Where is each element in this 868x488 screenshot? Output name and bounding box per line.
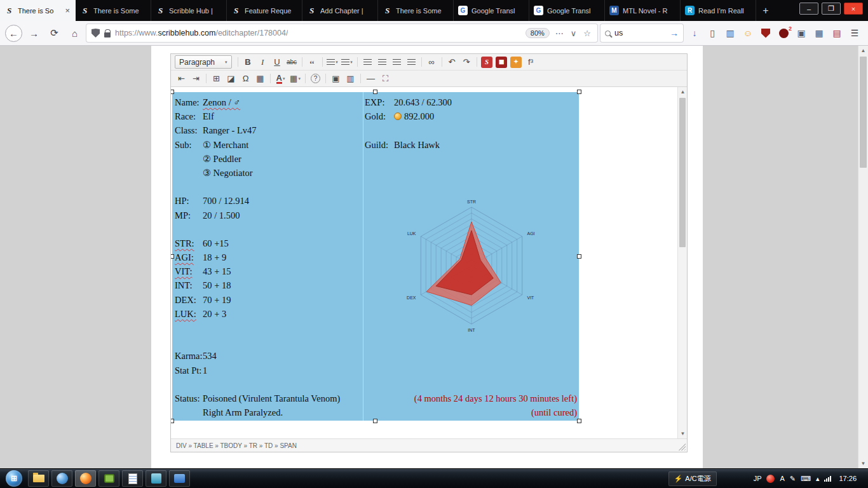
editor-scrollbar[interactable]: ▲ ▼	[677, 87, 687, 438]
taskbar-app-text-editor[interactable]	[146, 470, 166, 487]
format-select[interactable]: Paragraph▾	[175, 55, 232, 69]
selection-handle[interactable]	[577, 254, 581, 259]
tab-close-icon[interactable]: ×	[64, 6, 71, 15]
character-sheet-table[interactable]: Name:Zenon / ♂Race:ElfClass:Ranger - Lv4…	[172, 92, 579, 421]
taskbar-app-notepad-plus[interactable]	[98, 470, 119, 487]
back-button[interactable]: ←	[5, 25, 22, 42]
tab-10[interactable]: RRead I'm Reall	[681, 0, 756, 21]
tab-6[interactable]: SThere is Some	[378, 0, 454, 21]
align-center-button[interactable]	[376, 55, 389, 69]
editor-scrollbar-thumb[interactable]	[679, 98, 686, 247]
tab-4[interactable]: SFeature Reque	[227, 0, 302, 21]
footnote-button[interactable]: f³	[524, 55, 538, 69]
search-input[interactable]	[614, 29, 659, 37]
ime-keyboard-icon[interactable]: ⌨	[801, 475, 811, 483]
italic-button[interactable]: I	[256, 55, 269, 69]
taskbar-app-word-document[interactable]	[122, 470, 143, 487]
apps-grid-icon[interactable]: ▦	[811, 25, 827, 41]
image-button[interactable]: ▣	[329, 72, 342, 85]
bookmark-star-icon[interactable]: ☆	[582, 29, 592, 38]
taskbar-app-explorer[interactable]	[28, 470, 49, 487]
selection-handle[interactable]	[373, 90, 377, 94]
indent-button[interactable]: ⇥	[189, 72, 203, 85]
link-button[interactable]: ∞	[425, 55, 438, 69]
justify-button[interactable]	[405, 55, 418, 69]
remove-format-button[interactable]: ◪	[224, 72, 238, 85]
pocket-icon[interactable]: ∨	[569, 29, 578, 38]
resize-grip[interactable]	[678, 443, 686, 451]
page-scrollbar[interactable]: ▲ ▼	[858, 46, 868, 468]
ime-input-mode[interactable]: A	[780, 475, 784, 482]
screenshot-extension-icon[interactable]: ▣	[793, 25, 810, 41]
search-bar[interactable]: →	[600, 24, 683, 42]
scroll-down-icon[interactable]: ▼	[678, 429, 687, 438]
scroll-down-icon[interactable]: ▼	[858, 459, 868, 468]
special-char-button[interactable]: Ω	[239, 72, 252, 85]
selection-handle[interactable]	[577, 419, 581, 423]
tab-2[interactable]: SThere is Some	[76, 0, 151, 21]
taskbar-clock[interactable]: 17:26	[836, 475, 859, 482]
tab-9[interactable]: MMTL Novel - R	[605, 0, 681, 21]
emoticons-button[interactable]: ▦	[254, 72, 267, 85]
align-right-button[interactable]	[390, 55, 403, 69]
tab-7[interactable]: GGoogle Transl	[454, 0, 529, 21]
home-button[interactable]: ⌂	[66, 25, 83, 42]
bold-button[interactable]: B	[241, 55, 255, 69]
zoom-level-badge[interactable]: 80%	[526, 28, 550, 38]
selection-handle[interactable]	[171, 254, 174, 259]
scroll-up-icon[interactable]: ▲	[678, 87, 687, 97]
restore-button[interactable]: ❐	[822, 3, 841, 15]
font-color-button[interactable]: A▾	[274, 72, 287, 85]
selection-handle[interactable]	[577, 90, 581, 94]
start-button[interactable]: ⊞	[6, 470, 22, 487]
calendar-extension-icon[interactable]: ▤	[829, 25, 845, 41]
network-icon[interactable]	[824, 475, 831, 482]
ld-extension-icon[interactable]: 2	[775, 25, 792, 41]
books-button[interactable]: ▥	[344, 72, 357, 85]
bullet-list-button[interactable]: ▾	[326, 55, 339, 69]
scroll-up-icon[interactable]: ▲	[858, 46, 868, 55]
selection-handle[interactable]	[171, 90, 174, 94]
tracking-protection-shield-icon[interactable]	[92, 29, 100, 37]
tab-5[interactable]: SAdd Chapter |	[302, 0, 378, 21]
menu-button[interactable]: ☰	[846, 25, 863, 41]
scribblehub-s-button[interactable]: S	[480, 55, 494, 69]
help-button[interactable]: ?	[309, 72, 322, 85]
paste-button[interactable]: ⊞	[210, 72, 223, 85]
sidebar-button[interactable]: ▯	[704, 25, 721, 41]
tab-1[interactable]: SThere is So×	[0, 0, 76, 21]
download-button[interactable]: ↓	[686, 25, 703, 41]
lock-icon[interactable]	[104, 32, 111, 37]
fullscreen-button[interactable]: ⛶	[379, 72, 392, 85]
tray-expand-icon[interactable]: ▴	[816, 475, 820, 483]
outdent-button[interactable]: ⇤	[175, 72, 188, 85]
news-button[interactable]: ▦	[495, 55, 508, 69]
strikethrough-button[interactable]: abc	[285, 55, 299, 69]
editor-canvas[interactable]: Name:Zenon / ♂Race:ElfClass:Ranger - Lv4…	[171, 87, 687, 438]
align-left-button[interactable]	[361, 55, 374, 69]
page-actions-icon[interactable]: ⋯	[554, 29, 565, 38]
library-button[interactable]: ▥	[722, 25, 738, 41]
ime-language-indicator[interactable]: JP	[754, 475, 762, 482]
close-button[interactable]: ×	[844, 3, 863, 15]
power-status-chip[interactable]: ⚡ A/C電源	[668, 471, 717, 486]
ime-pen-icon[interactable]: ✎	[790, 475, 796, 483]
forward-button[interactable]: →	[25, 25, 43, 42]
ime-red-ball-icon[interactable]	[766, 475, 775, 483]
search-go-icon[interactable]: →	[670, 28, 679, 38]
emoji-extension-icon[interactable]: ☺	[740, 25, 756, 41]
minimize-button[interactable]: –	[799, 3, 818, 15]
spoiler-button[interactable]: ✦	[510, 55, 523, 69]
undo-button[interactable]: ↶	[445, 55, 459, 69]
selection-handle[interactable]	[171, 419, 174, 423]
url-bar[interactable]: https://www.scribblehub.com/editchapter/…	[86, 24, 597, 42]
blockquote-button[interactable]: “	[306, 55, 319, 69]
redo-button[interactable]: ↷	[460, 55, 473, 69]
taskbar-app-reader[interactable]	[169, 470, 190, 487]
tab-8[interactable]: GGoogle Transl	[529, 0, 605, 21]
tab-3[interactable]: SScribble Hub |	[151, 0, 227, 21]
element-path[interactable]: DIV » TABLE » TBODY » TR » TD » SPAN	[176, 442, 297, 449]
taskbar-app-firefox[interactable]	[75, 470, 96, 487]
hr-button[interactable]: —	[364, 72, 377, 85]
numbered-list-button[interactable]: ▾	[341, 55, 354, 69]
